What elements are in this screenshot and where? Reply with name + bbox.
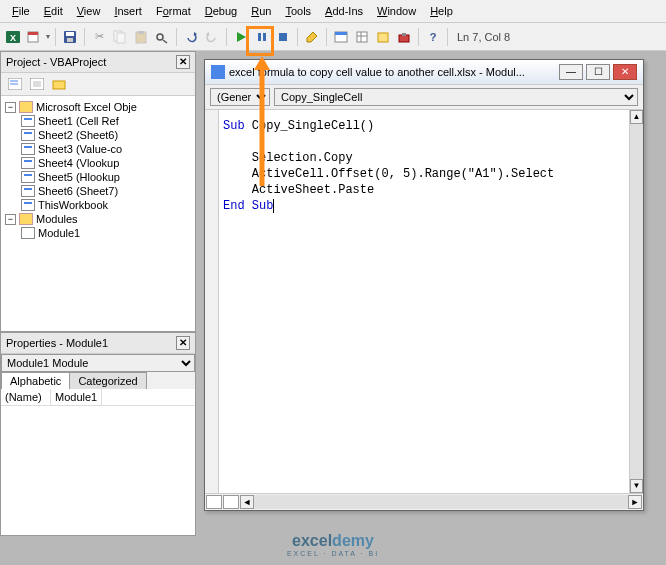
svg-rect-33: [53, 81, 65, 89]
view-object-icon[interactable]: [27, 75, 47, 93]
cursor-position: Ln 7, Col 8: [457, 31, 510, 43]
scroll-right-icon[interactable]: ►: [628, 495, 642, 509]
undo-icon[interactable]: [182, 28, 200, 46]
close-button[interactable]: ✕: [613, 64, 637, 80]
menu-tools[interactable]: Tools: [279, 3, 317, 19]
toolbar: X ▾ ✂ ? Ln 7, Col 8: [0, 23, 666, 51]
menu-format[interactable]: Format: [150, 3, 197, 19]
menu-help[interactable]: Help: [424, 3, 459, 19]
properties-panel: Properties - Module1 ✕ Module1 Module Al…: [0, 332, 196, 536]
design-mode-icon[interactable]: [303, 28, 321, 46]
project-tree[interactable]: −Microsoft Excel Obje Sheet1 (Cell Ref S…: [1, 96, 195, 331]
tree-sheet6[interactable]: Sheet6 (Sheet7): [3, 184, 193, 198]
svg-rect-22: [357, 32, 367, 42]
code-window-titlebar[interactable]: excel formula to copy cell value to anot…: [205, 60, 643, 85]
tree-sheet2[interactable]: Sheet2 (Sheet6): [3, 128, 193, 142]
tree-sheet3[interactable]: Sheet3 (Value-co: [3, 142, 193, 156]
find-icon[interactable]: [153, 28, 171, 46]
svg-rect-26: [399, 35, 409, 42]
menu-addins[interactable]: Add-Ins: [319, 3, 369, 19]
svg-text:X: X: [10, 33, 16, 43]
insert-module-icon[interactable]: [25, 28, 43, 46]
menu-edit[interactable]: Edit: [38, 3, 69, 19]
svg-rect-16: [258, 33, 261, 41]
tree-sheet1[interactable]: Sheet1 (Cell Ref: [3, 114, 193, 128]
menu-window[interactable]: Window: [371, 3, 422, 19]
tree-thisworkbook[interactable]: ThisWorkbook: [3, 198, 193, 212]
svg-marker-15: [237, 32, 246, 42]
properties-icon[interactable]: [353, 28, 371, 46]
svg-marker-19: [307, 32, 317, 42]
svg-rect-3: [28, 32, 38, 35]
svg-rect-17: [263, 33, 266, 41]
procedure-dropdown[interactable]: Copy_SingleCell: [274, 88, 638, 106]
tab-categorized[interactable]: Categorized: [69, 372, 146, 389]
watermark-logo: exceldemy EXCEL · DATA · BI: [287, 532, 379, 557]
tree-folder-excel-objects[interactable]: −Microsoft Excel Obje: [3, 100, 193, 114]
code-margin: [205, 110, 219, 493]
object-dropdown[interactable]: (General): [210, 88, 270, 106]
toolbox-icon[interactable]: [395, 28, 413, 46]
code-window: excel formula to copy cell value to anot…: [204, 59, 644, 511]
horizontal-scrollbar[interactable]: [254, 495, 628, 509]
svg-rect-6: [67, 38, 73, 42]
excel-icon[interactable]: X: [4, 28, 22, 46]
reset-icon[interactable]: [274, 28, 292, 46]
project-explorer-icon[interactable]: [332, 28, 350, 46]
help-icon[interactable]: ?: [424, 28, 442, 46]
close-project-panel[interactable]: ✕: [176, 55, 190, 69]
svg-line-12: [163, 40, 167, 43]
svg-rect-32: [33, 81, 41, 87]
project-panel-title: Project - VBAProject: [6, 56, 106, 68]
save-icon[interactable]: [61, 28, 79, 46]
break-icon[interactable]: [253, 28, 271, 46]
svg-rect-21: [335, 32, 347, 35]
prop-name-label: (Name): [1, 389, 51, 405]
properties-grid[interactable]: (Name)Module1: [1, 389, 195, 535]
project-explorer-panel: Project - VBAProject ✕ −Microsoft Excel …: [0, 51, 196, 332]
run-icon[interactable]: [232, 28, 250, 46]
svg-rect-27: [402, 33, 406, 36]
svg-rect-8: [117, 33, 125, 43]
svg-rect-18: [279, 33, 287, 41]
tree-folder-modules[interactable]: −Modules: [3, 212, 193, 226]
svg-point-11: [157, 34, 163, 40]
svg-rect-25: [378, 33, 388, 42]
menu-run[interactable]: Run: [245, 3, 277, 19]
menu-view[interactable]: View: [71, 3, 107, 19]
code-editor[interactable]: Sub Copy_SingleCell() Selection.Copy Act…: [219, 110, 629, 493]
svg-rect-10: [138, 31, 144, 34]
properties-panel-title: Properties - Module1: [6, 337, 108, 349]
paste-icon[interactable]: [132, 28, 150, 46]
copy-icon[interactable]: [111, 28, 129, 46]
prop-name-value[interactable]: Module1: [51, 389, 102, 405]
tab-alphabetic[interactable]: Alphabetic: [1, 372, 70, 389]
minimize-button[interactable]: —: [559, 64, 583, 80]
menu-insert[interactable]: Insert: [108, 3, 148, 19]
full-module-view-icon[interactable]: [206, 495, 222, 509]
scroll-left-icon[interactable]: ◄: [240, 495, 254, 509]
toggle-folders-icon[interactable]: [49, 75, 69, 93]
tree-module1[interactable]: Module1: [3, 226, 193, 240]
procedure-view-icon[interactable]: [223, 495, 239, 509]
menu-file[interactable]: File: [6, 3, 36, 19]
tree-sheet4[interactable]: Sheet4 (Vlookup: [3, 156, 193, 170]
object-browser-icon[interactable]: [374, 28, 392, 46]
code-window-icon: [211, 65, 225, 79]
view-code-icon[interactable]: [5, 75, 25, 93]
menu-debug[interactable]: Debug: [199, 3, 243, 19]
cut-icon[interactable]: ✂: [90, 28, 108, 46]
tree-sheet5[interactable]: Sheet5 (Hlookup: [3, 170, 193, 184]
close-properties-panel[interactable]: ✕: [176, 336, 190, 350]
properties-object-selector[interactable]: Module1 Module: [1, 354, 195, 372]
redo-icon[interactable]: [203, 28, 221, 46]
code-window-title: excel formula to copy cell value to anot…: [229, 66, 555, 78]
svg-rect-5: [66, 32, 74, 36]
mdi-area: excel formula to copy cell value to anot…: [196, 51, 666, 536]
menu-bar: File Edit View Insert Format Debug Run T…: [0, 0, 666, 23]
maximize-button[interactable]: ☐: [586, 64, 610, 80]
vertical-scrollbar[interactable]: ▲▼: [629, 110, 643, 493]
